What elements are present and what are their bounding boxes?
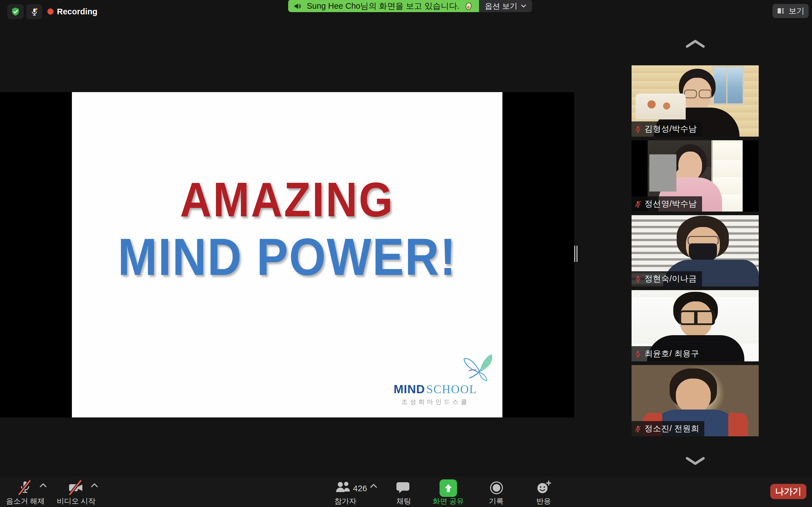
start-video-icon[interactable]	[68, 480, 84, 496]
muted-mic-icon	[634, 200, 642, 208]
participant-face	[683, 78, 712, 111]
chat-label[interactable]: 채팅	[381, 496, 426, 506]
zoom-meeting-window: Recording Sung Hee Cho님의 화면을 보고 있습니다. 옵션…	[0, 0, 812, 507]
participant-tile[interactable]: 정소진/ 전원희	[631, 365, 759, 436]
participant-name: 김형성/박수남	[645, 123, 697, 135]
options-view-label: 옵션 보기	[485, 1, 517, 11]
start-video-label[interactable]: 비디오 시작	[51, 496, 101, 506]
participant-face	[679, 301, 712, 337]
scroll-up-button[interactable]	[685, 39, 706, 48]
recording-label: Recording	[57, 7, 97, 16]
participant-name: 정소진/ 전원희	[645, 423, 699, 434]
presentation-slide: AMAZING MIND POWER! MIND SCHOOL 조성희마인드스쿨	[72, 92, 502, 417]
participant-tile[interactable]: gettyimages 최윤호/ 최용구	[631, 290, 759, 361]
chat-icon[interactable]	[396, 480, 412, 496]
video-options-chevron[interactable]	[91, 483, 98, 488]
options-view-button[interactable]: 옵션 보기	[479, 0, 532, 12]
logo-mind-text: MIND	[394, 383, 425, 396]
participant-name: 정선영/박수남	[645, 198, 697, 210]
screen-share-banner: Sung Hee Cho님의 화면을 보고 있습니다. 옵션 보기	[288, 0, 532, 12]
shared-screen-region: AMAZING MIND POWER! MIND SCHOOL 조성희마인드스쿨	[0, 92, 574, 417]
logo-subtitle: 조성희마인드스쿨	[388, 398, 483, 406]
mind-school-logo: MIND SCHOOL 조성희마인드스쿨	[388, 361, 483, 406]
participant-nametag: 정선영/박수남	[631, 196, 702, 212]
avocado-icon	[464, 1, 473, 11]
logo-school-text: SCHOOL	[426, 383, 477, 396]
participant-tile[interactable]: 김형성/박수남	[631, 65, 759, 136]
record-label[interactable]: 기록	[474, 496, 519, 506]
meeting-toolbar: 음소거 해제 비디오 시작 426 참가자 채팅	[0, 477, 812, 507]
butterfly-icon	[461, 353, 498, 384]
recording-dot-icon	[47, 8, 54, 15]
chevron-down-icon	[685, 456, 706, 466]
muted-mic-icon	[634, 350, 642, 358]
reactions-label[interactable]: 반응	[521, 496, 566, 506]
participant-nametag: 최윤호/ 최용구	[631, 346, 704, 361]
participants-icon[interactable]	[335, 480, 351, 495]
participant-nametag: 김형성/박수남	[631, 121, 702, 136]
leave-label: 나가기	[775, 486, 802, 497]
reactions-icon[interactable]	[535, 479, 552, 496]
share-screen-label[interactable]: 화면 공유	[423, 496, 474, 506]
unmute-label[interactable]: 음소거 해제	[0, 496, 51, 506]
shield-check-icon	[10, 7, 20, 17]
participant-face	[678, 152, 702, 180]
participant-face	[676, 379, 711, 413]
participant-name: 정현숙/이나금	[645, 273, 697, 284]
record-icon[interactable]	[488, 480, 505, 496]
view-label: 보기	[789, 6, 804, 16]
stock-photo-watermark: gettyimages	[635, 291, 665, 297]
participant-face	[686, 227, 720, 263]
slide-title-line2: MIND POWER!	[72, 227, 502, 287]
unmute-mic-icon[interactable]	[17, 480, 33, 496]
participants-options-chevron[interactable]	[370, 484, 377, 488]
participants-count: 426	[353, 484, 367, 493]
banner-message: Sung Hee Cho님의 화면을 보고 있습니다.	[288, 0, 479, 12]
muted-mic-icon	[634, 275, 642, 283]
participant-nametag: 정현숙/이나금	[631, 271, 702, 286]
participants-label[interactable]: 참가자	[321, 496, 369, 506]
chevron-down-icon	[521, 4, 526, 8]
muted-mic-icon	[634, 425, 642, 433]
muted-mic-icon	[634, 125, 642, 133]
speaker-icon	[294, 2, 302, 10]
banner-text: Sung Hee Cho님의 화면을 보고 있습니다.	[307, 1, 459, 12]
mic-options-chevron[interactable]	[40, 483, 47, 488]
panel-resize-handle[interactable]	[574, 245, 578, 262]
share-screen-button[interactable]	[440, 480, 457, 497]
audio-status-button[interactable]	[26, 4, 42, 19]
slide-title-line1: AMAZING	[72, 172, 502, 227]
microphone-icon	[30, 7, 39, 16]
scroll-down-button[interactable]	[685, 456, 706, 466]
participant-name: 최윤호/ 최용구	[645, 348, 699, 359]
leave-meeting-button[interactable]: 나가기	[770, 484, 806, 499]
participant-tile[interactable]: 정선영/박수남	[631, 140, 759, 212]
share-up-arrow-icon	[443, 483, 454, 494]
logo-text: MIND SCHOOL	[388, 383, 483, 396]
security-button[interactable]	[7, 4, 24, 19]
participant-tile[interactable]: 정현숙/이나금	[631, 215, 759, 286]
gallery-view-icon	[777, 7, 785, 15]
view-button[interactable]: 보기	[772, 4, 809, 18]
participant-nametag: 정소진/ 전원희	[631, 421, 704, 436]
chevron-up-icon	[685, 39, 706, 48]
